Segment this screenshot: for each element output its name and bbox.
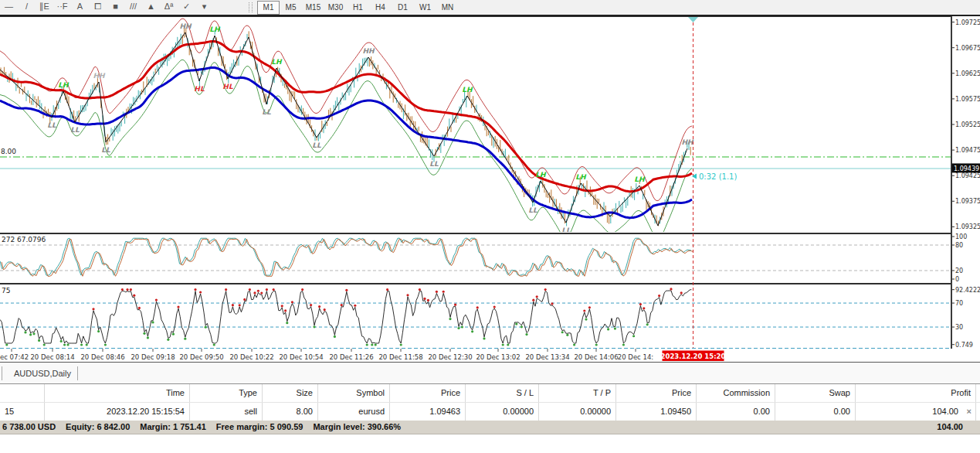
osc1-tick: 100: [955, 233, 967, 240]
close-position-icon[interactable]: ×: [967, 403, 972, 420]
cell-take-profit: 0.00000: [539, 403, 616, 421]
triangle-icon[interactable]: ▲: [142, 0, 160, 12]
candle-countdown-label: 0:32 (1.1): [699, 172, 737, 181]
cell-stop-loss: 0.00000: [466, 403, 539, 421]
column-header-open-price[interactable]: Price: [390, 384, 466, 402]
level-line-label: 8.00: [1, 148, 16, 155]
cell-profit: 104.00×: [856, 403, 976, 421]
positions-table: TimeTypeSizeSymbolPriceS / LT / PPriceCo…: [0, 384, 980, 421]
dropdown-arrow-icon[interactable]: ▾: [195, 0, 213, 12]
hatch-lines-icon[interactable]: ///: [124, 0, 142, 12]
zigzag-label-ll: LL: [312, 141, 321, 149]
cell-size: 8.00: [263, 403, 318, 421]
cell-symbol: eurusd: [318, 403, 390, 421]
text-icon[interactable]: A: [71, 0, 89, 12]
cursor-date-label: 2023.12.20 15:20: [661, 353, 726, 360]
zigzag-label-ll: LL: [101, 146, 110, 154]
column-header-current-price[interactable]: Price: [616, 384, 697, 402]
zigzag-label-hh: HH: [681, 138, 694, 146]
time-axis-label: 20 Dec 12:30: [428, 353, 472, 361]
account-metric-0: 6 738.00 USD: [2, 422, 56, 431]
time-axis-label: ec 07:42: [0, 353, 29, 361]
current-price-label: 1.09439: [954, 165, 979, 172]
zigzag-label-lh: LH: [535, 171, 547, 179]
table-header-row: TimeTypeSizeSymbolPriceS / LT / PPriceCo…: [0, 384, 980, 403]
arrows-icon[interactable]: ✓: [178, 0, 195, 12]
timeframe-h4[interactable]: H4: [369, 1, 392, 15]
zigzag-label-hh: HH: [362, 47, 375, 55]
zigzag-label-lh: LH: [634, 175, 646, 183]
chart-tab-audusd-daily[interactable]: AUDUSD,Daily: [8, 366, 80, 381]
cell-type: sell: [190, 403, 263, 421]
time-axis-label: 20 Dec 11:58: [378, 353, 422, 361]
timeframe-toolbar: M1M5M15M30H1H4D1W1MN: [249, 0, 459, 15]
trendline-icon[interactable]: /: [18, 0, 36, 12]
tab-separator: [2, 366, 2, 380]
equidistant-channel-icon[interactable]: ∥E: [36, 0, 53, 12]
toolbar-grip[interactable]: [249, 2, 253, 12]
drawing-tools-group: —/∥E··FA⧠■///▲Δª✓▾: [0, 0, 980, 14]
price-tick: 1.09375: [955, 198, 980, 205]
price-tick: 1.09325: [955, 223, 980, 230]
profit-total: 104.00: [937, 421, 963, 434]
timeframe-m1[interactable]: M1: [257, 1, 280, 15]
timeframe-buttons: M1M5M15M30H1H4D1W1MN: [257, 1, 459, 15]
timeframe-m30[interactable]: M30: [324, 1, 347, 15]
account-metric-2: Margin: 1 751.41: [140, 422, 206, 431]
time-axis-label: 20 Dec 11:26: [329, 353, 373, 361]
tab-separator: [77, 366, 78, 380]
zigzag-label-lh: LH: [58, 81, 70, 89]
column-header-stop-loss[interactable]: S / L: [466, 384, 539, 402]
osc2-tick: 0.749: [955, 342, 973, 349]
angle-icon[interactable]: Δª: [160, 0, 178, 12]
zigzag-label-lh: LH: [271, 58, 283, 66]
zigzag-label-ll: LL: [429, 160, 439, 168]
time-axis-label: 20 Dec 08:46: [80, 353, 124, 361]
oscillator-pane-2: [0, 288, 951, 346]
shapes-icon[interactable]: ■: [107, 0, 124, 12]
column-header-commission[interactable]: Commission: [697, 384, 775, 402]
timeframe-m15[interactable]: M15: [302, 1, 324, 15]
horizontal-line-icon[interactable]: —: [0, 0, 18, 12]
osc2-tick: 70: [955, 300, 963, 307]
time-axis-label: 20 Dec 14:06: [574, 353, 618, 361]
oscillator-1-label: 272 67.0796: [2, 236, 46, 244]
fibonacci-retracement-icon[interactable]: ··F: [53, 0, 71, 12]
time-axis-label: 20 Dec 14:: [618, 353, 653, 361]
column-header-order[interactable]: [0, 384, 45, 402]
zigzag-label-hl: HL: [194, 85, 205, 93]
osc1-tick: 20: [955, 267, 963, 274]
zigzag-label-ll: LL: [47, 121, 56, 129]
zigzag-label-hh: HH: [93, 72, 106, 80]
timeframe-w1[interactable]: W1: [414, 1, 436, 15]
time-axis-label: 20 Dec 13:02: [476, 353, 520, 361]
cell-commission: 0.00: [697, 403, 775, 421]
timeframe-mn[interactable]: MN: [436, 1, 459, 15]
column-header-swap[interactable]: Swap: [775, 384, 856, 402]
label-icon[interactable]: ⧠: [89, 0, 107, 12]
time-axis-label: 20 Dec 09:50: [179, 353, 223, 361]
column-header-size[interactable]: Size: [263, 384, 318, 402]
timeframe-m5[interactable]: M5: [280, 1, 302, 15]
timeframe-d1[interactable]: D1: [392, 1, 414, 15]
price-tick: 1.09475: [955, 147, 980, 154]
osc2-tick: 30: [955, 324, 963, 331]
zigzag-label-hl: HL: [222, 83, 233, 90]
cell-time: 2023.12.20 15:15:54: [45, 403, 190, 421]
timeframe-h1[interactable]: H1: [347, 1, 369, 15]
time-axis-label: 20 Dec 13:34: [525, 353, 569, 361]
column-header-profit[interactable]: Profit: [856, 384, 976, 402]
column-header-type[interactable]: Type: [190, 384, 263, 402]
account-metric-3: Free margin: 5 090.59: [216, 422, 303, 431]
open-position-row[interactable]: 152023.12.20 15:15:54sell8.00eurusd1.094…: [0, 403, 980, 421]
column-header-take-profit[interactable]: T / P: [539, 384, 616, 402]
account-summary-row: 6 738.00 USDEquity: 6 842.00Margin: 1 75…: [0, 421, 980, 434]
account-metric-4: Margin level: 390.66%: [313, 422, 401, 431]
time-axis-label: 20 Dec 09:18: [131, 353, 175, 361]
column-header-symbol[interactable]: Symbol: [318, 384, 390, 402]
account-metric-1: Equity: 6 842.00: [66, 422, 130, 431]
zigzag-label-lh: LH: [575, 173, 587, 181]
column-header-time[interactable]: Time: [45, 384, 190, 402]
osc1-tick: 0: [955, 276, 959, 283]
time-axis-label: 20 Dec 10:22: [229, 353, 273, 361]
